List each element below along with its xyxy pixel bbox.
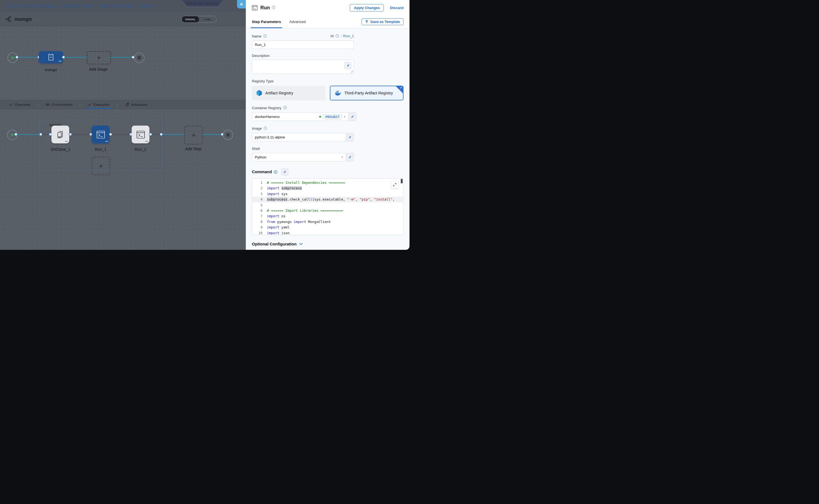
optional-configuration-toggle[interactable]: Optional Configuration — [252, 242, 403, 246]
line-number: 10 — [252, 230, 267, 235]
registry-option-artifact-registry[interactable]: Artifact Registry — [252, 86, 325, 100]
chevron-down-icon[interactable]: ▾ — [341, 155, 343, 159]
expand-editor-button[interactable] — [391, 181, 398, 189]
line-number: 8 — [252, 219, 267, 225]
pin-runtime-input-button[interactable] — [281, 168, 288, 176]
chevron-down-icon[interactable]: ▾ — [344, 115, 345, 118]
add-step-button[interactable]: + — [184, 126, 203, 144]
shell-label: Shell — [252, 147, 403, 151]
execution-end-node[interactable] — [223, 130, 233, 140]
code-line[interactable]: 6# ====== Import Libraries =========== — [252, 208, 403, 213]
info-icon[interactable]: ⓘ — [274, 170, 277, 174]
name-input[interactable] — [252, 40, 354, 49]
breadcrumb-item[interactable]: Pipelines — [140, 4, 154, 8]
pin-runtime-input-button[interactable] — [348, 112, 356, 121]
info-icon[interactable]: ⓘ — [263, 126, 267, 131]
code-line[interactable]: 7import os — [252, 213, 403, 219]
tab-environment[interactable]: Environment — [45, 100, 74, 109]
artifact-registry-icon — [256, 90, 262, 96]
code-line[interactable]: 1# ====== Install Dependencies ======== — [252, 180, 403, 186]
resize-handle[interactable] — [351, 71, 353, 73]
breadcrumb-item[interactable]: Project: Default Project — [99, 4, 134, 8]
step-gitclone-1[interactable]: </> — [51, 126, 69, 143]
plus-icon: + — [192, 132, 195, 138]
step-id: Idⓘ :Run_1 — [331, 34, 354, 39]
add-stage-button[interactable]: + — [87, 51, 111, 64]
tab-execution[interactable]: Execution — [87, 100, 111, 109]
stage-node-mongo[interactable]: ‹/› </> — [39, 51, 63, 63]
apply-changes-button[interactable]: Apply Changes — [350, 4, 384, 11]
connector-ring — [14, 133, 18, 136]
line-number: 2 — [252, 186, 267, 191]
editor-scrollbar[interactable] — [401, 179, 402, 234]
edge-dotted — [151, 134, 160, 135]
pipeline-title-bar: mongo VISUAL YAML — [0, 12, 246, 26]
breadcrumb-item[interactable]: Organization: default — [62, 4, 93, 8]
docker-icon — [335, 90, 341, 96]
code-text: # ====== Import Libraries =========== — [267, 208, 343, 213]
code-line[interactable]: 4subprocess.check_call([sys.executable, … — [252, 197, 403, 202]
upload-icon — [365, 20, 368, 24]
pin-runtime-input-button[interactable] — [346, 153, 354, 161]
toggle-yaml[interactable]: YAML — [199, 16, 216, 22]
step-run-1-selected[interactable]: </> — [92, 126, 109, 143]
step-run-2[interactable]: </> — [132, 126, 149, 143]
description-textarea[interactable] — [252, 60, 354, 74]
save-as-template-button[interactable]: Save as Template — [361, 18, 403, 25]
info-icon[interactable]: ⓘ — [335, 34, 339, 38]
visual-yaml-toggle[interactable]: VISUAL YAML — [181, 16, 216, 23]
tab-advanced[interactable]: Advanced — [124, 100, 148, 109]
line-number: 6 — [252, 208, 267, 213]
code-text: subprocess.check_call([sys.executable, "… — [267, 197, 395, 202]
command-code-editor[interactable]: 1# ====== Install Dependencies ========2… — [252, 178, 403, 235]
description-label: Description — [252, 54, 403, 58]
shell-select[interactable]: Python ▾ — [252, 153, 346, 161]
scrollbar-thumb[interactable] — [401, 179, 402, 183]
code-line[interactable]: 8from pymongo import MongoClient — [252, 219, 403, 225]
pipeline-end-node[interactable] — [134, 53, 144, 63]
pipeline-name: mongo — [15, 16, 32, 22]
code-line[interactable]: 10import json — [252, 230, 403, 235]
info-icon[interactable]: ⓘ — [272, 5, 275, 10]
add-parallel-step-button[interactable]: + — [92, 157, 110, 175]
info-icon[interactable]: ⓘ — [283, 106, 287, 110]
step-label[interactable]: GitClone_1 — [49, 147, 72, 152]
name-label: Nameⓘ — [252, 34, 267, 39]
pin-runtime-input-button[interactable] — [346, 133, 354, 141]
code-line[interactable]: 9import yaml — [252, 225, 403, 230]
breadcrumb-separator-icon: › — [58, 4, 59, 8]
step-label[interactable]: Run_1 — [92, 147, 109, 152]
id-value[interactable]: Run_1 — [343, 34, 354, 38]
breadcrumb-item[interactable]: Account: kurosakiichigo.songoku — [6, 4, 56, 8]
breadcrumb[interactable]: Account: kurosakiichigo.songoku›Organiza… — [6, 4, 154, 8]
close-panel-button[interactable]: ✕ — [237, 0, 246, 8]
pipeline-tabs: Overview › Environment › Execution › Adv… — [0, 100, 246, 109]
stage-label[interactable]: mongo — [39, 68, 63, 72]
scope-badge: PROJECT — [323, 114, 342, 119]
check-icon — [88, 103, 91, 106]
selected-corner: ✓ — [395, 86, 403, 94]
code-line[interactable]: 2import subprocess — [252, 186, 403, 191]
pin-runtime-input-button[interactable] — [344, 62, 351, 69]
tab-overview[interactable]: Overview — [8, 100, 31, 109]
edit-pipeline-name-icon[interactable] — [35, 17, 39, 21]
stop-icon — [226, 133, 230, 137]
code-line[interactable]: 5 — [252, 202, 403, 208]
connector-ring — [160, 133, 163, 136]
step-label[interactable]: Run_2 — [132, 147, 149, 152]
registry-option-third-party-selected[interactable]: Third-Party Artifact Registry ✓ — [330, 86, 403, 100]
tab-advanced[interactable]: Advanced — [289, 15, 306, 28]
advanced-icon — [125, 103, 129, 106]
tab-step-parameters[interactable]: Step Parameters — [252, 15, 281, 28]
pipeline-studio-badge: PIPELINE STUDIO — [182, 0, 223, 7]
info-icon[interactable]: ⓘ — [263, 34, 267, 39]
discard-button[interactable]: Discard — [390, 6, 403, 10]
stop-icon — [138, 56, 141, 59]
collapse-group-button[interactable]: − — [44, 123, 46, 127]
add-step-label[interactable]: Add Step — [182, 147, 205, 151]
container-registry-select[interactable]: dockerHarness PROJECT ▾ — [252, 112, 348, 121]
code-line[interactable]: 3import sys — [252, 191, 403, 197]
add-stage-label[interactable]: Add Stage — [86, 67, 110, 71]
toggle-visual[interactable]: VISUAL — [182, 16, 199, 22]
image-input[interactable]: python:3.11-alpine — [252, 133, 346, 141]
